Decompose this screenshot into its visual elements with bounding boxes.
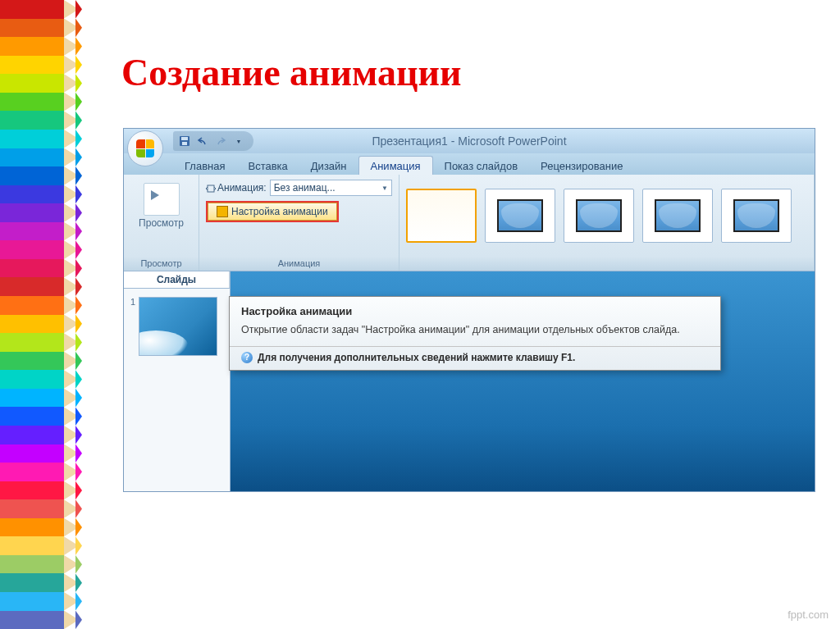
titlebar: ▼ Презентация1 - Microsoft PowerPoint bbox=[124, 129, 815, 153]
quick-access-toolbar: ▼ bbox=[173, 131, 253, 151]
office-button[interactable] bbox=[127, 130, 163, 166]
tooltip-help-text: Для получения дополнительных сведений на… bbox=[258, 352, 575, 363]
transition-item[interactable] bbox=[642, 189, 713, 243]
tab-вставка[interactable]: Вставка bbox=[236, 157, 299, 175]
tab-главная[interactable]: Главная bbox=[173, 157, 236, 175]
page-title: Создание анимации bbox=[121, 51, 462, 94]
slides-pane: Слайды 1 bbox=[124, 271, 231, 492]
custom-animation-label: Настройка анимации bbox=[231, 206, 328, 217]
watermark: fppt.com bbox=[788, 608, 829, 621]
slides-tab[interactable]: Слайды bbox=[124, 271, 230, 288]
office-logo-icon bbox=[136, 139, 154, 157]
transitions-gallery bbox=[406, 183, 807, 248]
save-icon[interactable] bbox=[176, 133, 193, 149]
group-label-animation: Анимация bbox=[206, 258, 392, 269]
pencil-border bbox=[0, 0, 82, 629]
powerpoint-window: ▼ Презентация1 - Microsoft PowerPoint Гл… bbox=[123, 128, 815, 492]
preview-icon[interactable] bbox=[144, 183, 180, 216]
custom-animation-button[interactable]: Настройка анимации bbox=[206, 201, 339, 222]
svg-rect-2 bbox=[182, 142, 187, 145]
transition-item[interactable] bbox=[564, 189, 634, 243]
chevron-down-icon: ▼ bbox=[381, 185, 388, 192]
tab-показ слайдов[interactable]: Показ слайдов bbox=[433, 157, 530, 175]
slide-number: 1 bbox=[130, 297, 135, 307]
animation-dropdown[interactable]: Без анимац... ▼ bbox=[270, 180, 392, 196]
svg-rect-1 bbox=[181, 137, 188, 140]
animation-label: Анимация: bbox=[217, 182, 267, 194]
ribbon: Просмотр Просмотр Анимация: Без анимац..… bbox=[124, 175, 815, 271]
tooltip-title: Настройка анимации bbox=[241, 305, 709, 317]
svg-rect-3 bbox=[208, 185, 214, 192]
ribbon-tabs: ГлавнаяВставкаДизайнАнимацияПоказ слайдо… bbox=[124, 153, 815, 175]
custom-animation-icon bbox=[217, 206, 228, 217]
ribbon-group-preview: Просмотр Просмотр bbox=[124, 175, 199, 271]
transition-none[interactable] bbox=[406, 189, 477, 243]
ribbon-group-transitions bbox=[399, 175, 815, 271]
help-icon: ? bbox=[241, 352, 253, 363]
undo-icon[interactable] bbox=[194, 133, 211, 149]
ribbon-group-animation: Анимация: Без анимац... ▼ Настройка аним… bbox=[199, 175, 399, 271]
transition-item[interactable] bbox=[485, 189, 555, 243]
preview-button[interactable]: Просмотр bbox=[139, 217, 184, 229]
tooltip-body: Открытие области задач "Настройка анимац… bbox=[241, 322, 709, 338]
resize-icon bbox=[206, 184, 214, 192]
animation-dropdown-value: Без анимац... bbox=[274, 182, 336, 194]
tab-дизайн[interactable]: Дизайн bbox=[299, 157, 358, 175]
group-label-preview: Просмотр bbox=[140, 258, 181, 269]
slide-thumbnail[interactable] bbox=[139, 297, 217, 356]
tooltip: Настройка анимации Открытие области зада… bbox=[229, 296, 721, 371]
transition-item[interactable] bbox=[721, 189, 792, 243]
redo-icon[interactable] bbox=[212, 133, 229, 149]
tab-рецензирование[interactable]: Рецензирование bbox=[529, 157, 634, 175]
tab-анимация[interactable]: Анимация bbox=[358, 156, 433, 175]
qat-dropdown-icon[interactable]: ▼ bbox=[231, 133, 247, 149]
